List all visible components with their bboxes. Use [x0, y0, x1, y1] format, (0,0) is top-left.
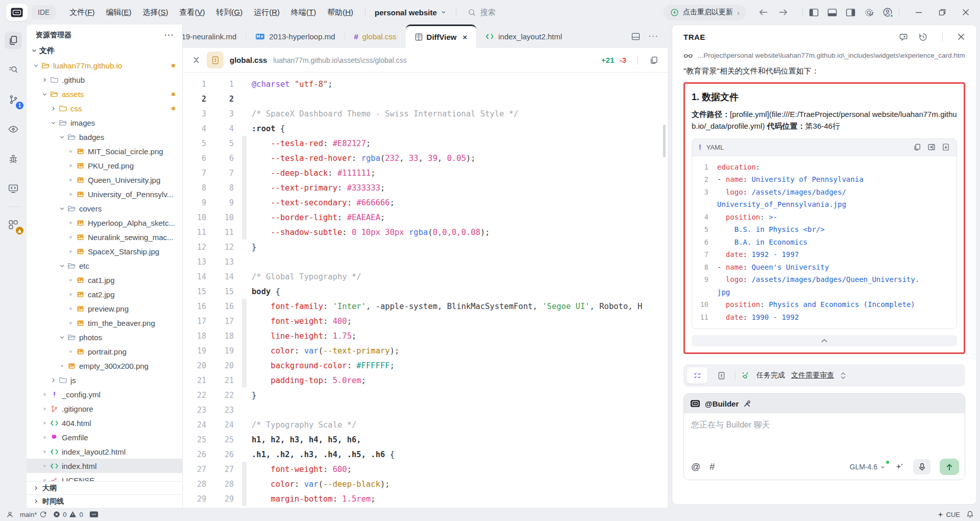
- outline-section[interactable]: 大纲: [27, 481, 182, 494]
- tree-item-etc[interactable]: etc: [27, 258, 182, 273]
- new-chat-icon[interactable]: [899, 32, 909, 42]
- toggle-bottom-panel-icon[interactable]: [827, 8, 837, 17]
- voice-input-button[interactable]: [913, 459, 930, 475]
- tree-item-index_layout2.html[interactable]: index_layout2.html: [27, 444, 182, 459]
- changed-files-button[interactable]: [714, 368, 729, 383]
- tree-item-University_of_Pennsylv...[interactable]: University_of_Pennsylv...: [27, 187, 182, 201]
- terminal-toggle-icon[interactable]: [89, 511, 99, 518]
- toggle-right-sidebar-icon[interactable]: [846, 8, 855, 17]
- tree-item-_config.yml[interactable]: _config.yml: [27, 387, 182, 401]
- explorer-files-icon[interactable]: [5, 32, 22, 49]
- restart-update-button[interactable]: 点击重启以更新 ›: [664, 5, 746, 20]
- menu-R[interactable]: 运行(R): [248, 5, 285, 20]
- tree-item-Neuralink_sewing_mac...[interactable]: Neuralink_sewing_mac...: [27, 230, 182, 244]
- menu-E[interactable]: 编辑(E): [101, 5, 137, 20]
- timeline-section[interactable]: 时间线: [27, 494, 182, 508]
- tree-item-js[interactable]: js: [27, 373, 182, 387]
- menu-V[interactable]: 查看(V): [174, 5, 211, 20]
- tree-item-portrait.png[interactable]: portrait.png: [27, 344, 182, 359]
- preview-eye-icon[interactable]: [5, 121, 22, 138]
- task-list-button[interactable]: [687, 367, 707, 384]
- copy-file-icon[interactable]: [649, 56, 658, 65]
- tree-item-cat2.jpg[interactable]: cat2.jpg: [27, 287, 182, 301]
- tree-item-badges[interactable]: badges: [27, 130, 182, 144]
- problems-indicator[interactable]: 0 0: [53, 511, 83, 518]
- yaml-code-content[interactable]: 1education:2- name: University of Pennsy…: [692, 156, 957, 329]
- insert-code-icon[interactable]: [927, 143, 936, 151]
- expand-collapse-icon[interactable]: [840, 372, 846, 380]
- minimize-button[interactable]: [915, 8, 923, 16]
- copy-code-icon[interactable]: [913, 143, 921, 151]
- apply-code-icon[interactable]: [942, 143, 950, 151]
- cue-indicator[interactable]: CUE: [937, 511, 960, 518]
- tree-item-index.html[interactable]: index.html: [27, 459, 182, 473]
- tree-item-Queen_University.jpg[interactable]: Queen_University.jpg: [27, 173, 182, 187]
- review-files-link[interactable]: 文件需要审查: [791, 371, 834, 380]
- tree-item-LICENSE[interactable]: LICENSE: [27, 473, 182, 481]
- git-branch-indicator[interactable]: main*: [20, 511, 47, 518]
- tab-global.css[interactable]: #global.css: [345, 25, 406, 48]
- close-window-button[interactable]: [962, 8, 970, 16]
- model-selector[interactable]: GLM-4.6: [850, 463, 886, 471]
- file-tree[interactable]: luahan77m.github.io.githubassetscssimage…: [27, 58, 182, 481]
- builder-agent-name[interactable]: @Builder: [705, 399, 739, 408]
- tree-item-css[interactable]: css: [27, 101, 182, 115]
- menu-T[interactable]: 终端(T): [285, 5, 322, 20]
- history-icon[interactable]: [918, 32, 928, 42]
- forward-button[interactable]: [778, 8, 788, 16]
- tree-item-cat1.jpg[interactable]: cat1.jpg: [27, 273, 182, 287]
- tree-item-SpaceX_Starship.jpg[interactable]: SpaceX_Starship.jpg: [27, 244, 182, 258]
- account-icon[interactable]: [883, 7, 893, 17]
- explorer-more-icon[interactable]: ···: [164, 31, 174, 40]
- tree-item-photos[interactable]: photos: [27, 330, 182, 344]
- toggle-left-sidebar-icon[interactable]: [809, 8, 819, 17]
- tab-overflow-icon[interactable]: ···: [648, 31, 658, 41]
- collapse-answer-bar[interactable]: [692, 335, 957, 346]
- collapse-regions-icon[interactable]: [192, 56, 201, 64]
- tree-item-assets[interactable]: assets: [27, 87, 182, 101]
- chat-input-area[interactable]: 您正在与 Builder 聊天 @ # GLM-4.6: [684, 413, 965, 480]
- tab-DiffView[interactable]: DiffView×: [406, 25, 477, 48]
- tree-item-Gemfile[interactable]: Gemfile: [27, 430, 182, 444]
- scrollbar-thumb[interactable]: [663, 125, 666, 157]
- tools-icon[interactable]: [743, 400, 751, 408]
- files-section-header[interactable]: 文件: [27, 43, 182, 58]
- tree-item-luahan77m.github.io[interactable]: luahan77m.github.io: [27, 58, 182, 73]
- close-panel-icon[interactable]: [957, 33, 965, 41]
- notifications-bell-icon[interactable]: [966, 510, 974, 518]
- split-editor-icon[interactable]: [631, 33, 640, 40]
- search-sidebar-icon[interactable]: [5, 61, 22, 79]
- send-button[interactable]: [940, 459, 959, 475]
- tree-item-MIT_Social_circle.png[interactable]: MIT_Social_circle.png: [27, 144, 182, 158]
- extensions-icon[interactable]: [5, 216, 22, 233]
- source-control-icon[interactable]: 1: [5, 91, 22, 108]
- debug-bug-icon[interactable]: [5, 150, 22, 168]
- tab-index_layout2.html[interactable]: index_layout2.html: [476, 25, 571, 48]
- back-button[interactable]: [758, 8, 768, 16]
- diff-code-view[interactable]: 11@charset "utf-8";2233/* SpaceX Dashboa…: [183, 73, 668, 508]
- tree-item-Hyperloop_Alpha_sketc...[interactable]: Hyperloop_Alpha_sketc...: [27, 216, 182, 230]
- tab-2019-neuralink.md[interactable]: 2019-neuralink.md: [183, 25, 246, 48]
- tree-item-404.html[interactable]: 404.html: [27, 416, 182, 430]
- menu-S[interactable]: 选择(S): [137, 5, 174, 20]
- app-logo[interactable]: [6, 4, 28, 21]
- enhance-sparkle-icon[interactable]: [895, 462, 904, 471]
- tree-item-covers[interactable]: covers: [27, 201, 182, 216]
- tree-item-tim_the_beaver.png[interactable]: tim_the_beaver.png: [27, 316, 182, 330]
- tree-item-empty_300x200.png[interactable]: empty_300x200.png: [27, 359, 182, 373]
- restore-button[interactable]: [938, 8, 946, 16]
- context-hash-button[interactable]: #: [709, 462, 715, 472]
- settings-gear-icon[interactable]: [864, 8, 874, 17]
- context-file-chip[interactable]: ...Project\personal website\luahan77m.gi…: [683, 52, 965, 59]
- global-search[interactable]: 搜索: [462, 6, 501, 19]
- tab-2013-hyperloop.md[interactable]: 2013-hyperloop.md: [246, 25, 344, 48]
- menu-G[interactable]: 转到(G): [211, 5, 249, 20]
- mention-at-button[interactable]: @: [691, 462, 700, 472]
- profile-status-icon[interactable]: [6, 511, 14, 518]
- close-tab-icon[interactable]: ×: [462, 33, 467, 41]
- menu-H[interactable]: 帮助(H): [322, 5, 359, 20]
- tree-item-images[interactable]: images: [27, 115, 182, 130]
- tree-item-.gitignore[interactable]: .gitignore: [27, 401, 182, 416]
- code-preview-monitor-icon[interactable]: [5, 180, 22, 197]
- tree-item-preview.png[interactable]: preview.png: [27, 301, 182, 316]
